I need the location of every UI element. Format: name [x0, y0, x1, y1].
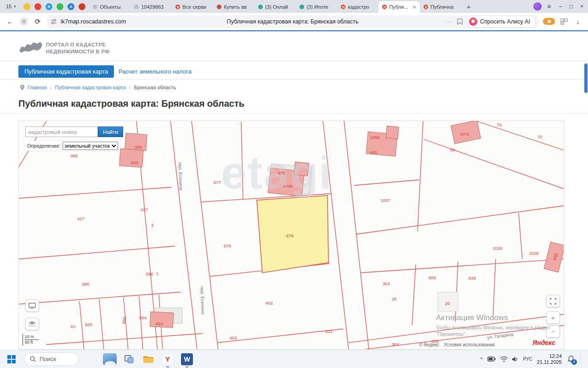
- parcel-number: 664: [139, 315, 147, 320]
- find-button[interactable]: Найти: [98, 126, 123, 137]
- back-button[interactable]: ←: [6, 17, 15, 25]
- divider: [0, 61, 588, 61]
- bookmark-icon[interactable]: [457, 18, 463, 25]
- tab-favicon: Я: [424, 5, 428, 9]
- parcel-number: 1026: [529, 251, 538, 256]
- browser-tab[interactable]: (3) Ипоте: [296, 1, 337, 13]
- browser-tab[interactable]: Купить ав: [213, 1, 254, 13]
- windows-taskbar: Поиск Y W ^ РУС 12:24 21.11.2025 2: [0, 350, 588, 368]
- tab-label: Объекты: [100, 4, 127, 10]
- cadastral-map[interactable]: etagi 395395690427427339839814A665665664…: [18, 121, 564, 350]
- page-scrollbar[interactable]: [584, 63, 588, 368]
- minimize-button[interactable]: –: [559, 3, 562, 10]
- pinned-telegram-icon[interactable]: ➤: [45, 3, 52, 10]
- parcel-number: 398: [146, 271, 153, 276]
- tab-counter-button[interactable]: 15 ▼: [3, 1, 20, 12]
- file-explorer-icon[interactable]: [141, 352, 155, 366]
- show-desktop-button[interactable]: [580, 354, 581, 365]
- power-saving-icon[interactable]: [543, 18, 555, 25]
- wifi-icon[interactable]: [500, 356, 508, 362]
- site-logo-text: ПОРТАЛ О КАДАСТРЕ НЕДВИЖИМОСТИ В РФ: [46, 41, 109, 55]
- pinned-yellow-app-icon[interactable]: [23, 3, 30, 10]
- street-name: пер. Есенина: [199, 286, 205, 315]
- parcel-number: 70: [497, 122, 502, 127]
- close-button[interactable]: ×: [580, 3, 583, 10]
- parcel-number: 20: [445, 301, 450, 306]
- start-button[interactable]: [5, 352, 18, 366]
- browser-tab[interactable]: 10429863: [130, 1, 172, 13]
- profile-avatar[interactable]: [533, 2, 542, 11]
- browser-tab[interactable]: Якадастро: [337, 1, 379, 13]
- fullscreen-button[interactable]: [546, 295, 560, 307]
- browser-tab[interactable]: Объекты: [89, 1, 130, 13]
- pinned-red-app-icon[interactable]: [34, 3, 41, 10]
- notification-center-button[interactable]: 2: [566, 355, 576, 364]
- reload-button[interactable]: ⟳: [33, 17, 42, 26]
- widgets-icon[interactable]: [103, 353, 117, 365]
- nav-land-tax-link[interactable]: Расчет земельного налога: [119, 68, 192, 75]
- nav-cadastral-map-button[interactable]: Публичная кадастровая карта: [18, 65, 114, 78]
- copyright-text: © Яндекс: [419, 342, 439, 347]
- maximize-button[interactable]: □: [570, 3, 573, 10]
- parcel-number: 395: [135, 144, 142, 150]
- breadcrumb-separator: ›: [50, 85, 52, 90]
- browser-tab[interactable]: ЯВсе серви: [172, 1, 213, 13]
- parcel-number: 70: [537, 134, 543, 139]
- yandex-browser-icon[interactable]: Y: [161, 352, 175, 366]
- parcel-number: 364: [383, 281, 390, 286]
- task-view-button[interactable]: [122, 352, 136, 366]
- breadcrumb: Главная›Публичная кадастровая карта›Брян…: [20, 85, 176, 90]
- site-settings-icon[interactable]: [51, 18, 57, 25]
- parcel-number: 18: [392, 296, 397, 301]
- parcel-number: 1089: [283, 184, 292, 189]
- parcel-number: 69: [450, 147, 455, 152]
- parcel-number: 1: [156, 271, 158, 276]
- collections-icon[interactable]: [560, 18, 568, 25]
- parcel-number: 431: [325, 329, 333, 334]
- screen-mode-button[interactable]: [25, 299, 39, 312]
- pinned-market-icon[interactable]: [79, 3, 85, 10]
- divider: [0, 79, 588, 80]
- taskbar-search[interactable]: Поиск: [24, 352, 79, 366]
- tab-favicon: [258, 5, 263, 9]
- browser-tab[interactable]: (3) Онлай: [254, 1, 296, 13]
- tab-favicon: Я: [175, 5, 180, 9]
- site-logo-russia-map: [18, 39, 43, 58]
- alice-label: Спросить Алису AI: [480, 18, 530, 25]
- definition-select[interactable]: земельный участок: [62, 142, 118, 150]
- tab-strip: Объекты10429863ЯВсе сервиКупить ав(3) Он…: [89, 0, 461, 13]
- volume-icon[interactable]: [512, 356, 519, 362]
- word-icon[interactable]: W: [180, 352, 194, 366]
- terms-link[interactable]: Условия использования: [444, 342, 495, 347]
- language-indicator[interactable]: РУС: [523, 356, 532, 362]
- more-actions-icon[interactable]: ···: [445, 18, 452, 25]
- parcel-number: 676: [278, 170, 285, 175]
- address-bar[interactable]: ik7map.roscadastres.com Публичная кадаст…: [47, 15, 538, 28]
- cadastral-number-input[interactable]: [25, 126, 98, 137]
- logo-line1: ПОРТАЛ О КАДАСТРЕ: [46, 41, 109, 48]
- menu-icon[interactable]: ≡: [547, 3, 551, 10]
- taskbar-clock[interactable]: 12:24 21.11.2025: [537, 353, 562, 365]
- downloads-icon[interactable]: ↓: [573, 17, 582, 25]
- parcel-number: 839: [469, 276, 476, 281]
- hidden-icons-chevron[interactable]: ^: [481, 356, 483, 362]
- parcel-number: 679: [224, 243, 231, 248]
- breadcrumb-item[interactable]: Главная: [28, 85, 47, 90]
- ask-alice-button[interactable]: Спросить Алису AI: [467, 16, 535, 27]
- layers-button[interactable]: [25, 318, 39, 330]
- pinned-mail-icon[interactable]: A: [68, 3, 74, 10]
- tab-close-icon[interactable]: ×: [413, 4, 417, 10]
- battery-icon[interactable]: [487, 356, 496, 362]
- new-tab-button[interactable]: +: [463, 1, 474, 12]
- notification-badge: 2: [571, 359, 577, 365]
- tab-favicon: [93, 5, 97, 9]
- parcel-number: 4A: [70, 324, 76, 329]
- browser-tab[interactable]: ЯПублична: [420, 1, 461, 13]
- home-button[interactable]: Я: [19, 17, 28, 26]
- breadcrumb-item[interactable]: Публичная кадастровая карта: [55, 85, 126, 90]
- pinned-tabs: ➤A: [20, 0, 89, 13]
- browser-tab[interactable]: ЯПубли...×: [379, 1, 420, 13]
- pinned-whatsapp-icon[interactable]: [57, 3, 63, 10]
- tab-count: 15: [6, 4, 11, 9]
- parcel-number: 1056: [370, 135, 379, 140]
